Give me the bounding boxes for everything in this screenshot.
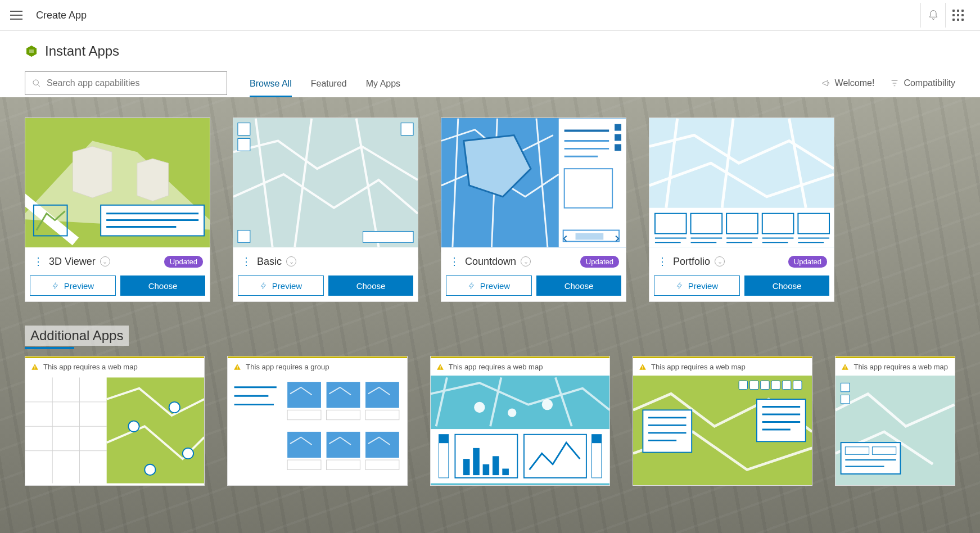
svg-rect-74 [431, 429, 609, 483]
svg-rect-80 [463, 459, 470, 475]
additional-card-row: This app requires a web map [25, 356, 955, 486]
compatibility-label: Compatibility [904, 78, 955, 88]
tab-featured[interactable]: Featured [311, 79, 347, 97]
svg-rect-63 [287, 432, 321, 458]
thumb-3d-viewer [25, 118, 210, 247]
svg-rect-83 [493, 456, 499, 475]
info-icon[interactable]: ⌄ [286, 256, 296, 266]
compatibility-link[interactable]: Compatibility [890, 78, 955, 88]
thumb-category-gallery [228, 376, 407, 485]
svg-point-51 [144, 464, 155, 475]
section-title: Additional Apps [25, 326, 129, 346]
svg-point-48 [128, 421, 139, 432]
tab-browse-all[interactable]: Browse All [250, 79, 292, 97]
thumb-attachment-viewer [25, 376, 204, 485]
warning-text: This app requires a web map [651, 363, 746, 371]
svg-rect-58 [287, 410, 321, 419]
warning-bar: This app requires a group [228, 356, 407, 376]
preview-button[interactable]: Preview [654, 275, 740, 296]
warning-bar: This app requires a web map [633, 356, 812, 376]
info-icon[interactable]: ⌄ [521, 256, 531, 266]
thumb-chart-viewer [431, 376, 609, 485]
svg-rect-53 [237, 368, 238, 369]
svg-rect-105 [845, 368, 846, 369]
welcome-link[interactable]: Welcome! [821, 78, 875, 88]
choose-button[interactable]: Choose [744, 275, 829, 296]
info-icon[interactable]: ⌄ [715, 256, 725, 266]
top-header: Create App [0, 0, 980, 31]
updated-badge: Updated [788, 256, 827, 268]
warning-bar: This app requires a web map [431, 356, 609, 376]
card-chart-viewer: This app requires a web map [430, 356, 610, 486]
svg-rect-62 [365, 410, 399, 419]
search-icon [32, 79, 41, 88]
tab-my-apps[interactable]: My Apps [366, 79, 400, 97]
choose-button[interactable]: Choose [120, 275, 205, 296]
warning-text: This app requires a web map [853, 363, 948, 371]
svg-rect-67 [365, 432, 399, 458]
svg-rect-7 [238, 138, 250, 151]
tabs: Browse All Featured My Apps [250, 79, 400, 97]
drag-handle-icon[interactable]: ⋮ [656, 255, 669, 268]
drag-handle-icon[interactable]: ⋮ [448, 255, 460, 268]
choose-label: Choose [356, 281, 386, 291]
warning-icon [436, 363, 444, 371]
card-3d-viewer: ⋮ 3D Viewer ⌄ Updated Preview Choose [25, 118, 210, 302]
svg-rect-107 [841, 395, 850, 404]
warning-icon [233, 363, 241, 371]
app-switcher-button[interactable] [945, 3, 970, 28]
svg-rect-91 [771, 381, 780, 389]
card-portfolio: ⋮ Portfolio ⌄ Updated Preview Choose [649, 118, 834, 302]
page-title: Create App [36, 10, 87, 21]
sub-header: Instant Apps Browse All Featured My Apps… [0, 31, 980, 97]
brand-title: Instant Apps [45, 43, 119, 59]
svg-point-73 [541, 399, 552, 410]
preview-label: Preview [64, 281, 94, 291]
svg-point-0 [33, 80, 38, 85]
menu-icon[interactable] [10, 11, 22, 20]
card-title: Portfolio [673, 256, 710, 268]
filter-icon [890, 79, 899, 88]
preview-label: Preview [688, 281, 718, 291]
choose-label: Choose [148, 281, 178, 291]
search-input[interactable] [47, 78, 220, 88]
notifications-button[interactable] [920, 3, 945, 28]
thumb-exhibit [633, 376, 812, 485]
card-category-gallery: This app requires a group [227, 356, 407, 486]
featured-card-row: ⋮ 3D Viewer ⌄ Updated Preview Choose [25, 118, 955, 302]
warning-icon [31, 363, 39, 371]
svg-rect-14 [615, 134, 621, 141]
search-input-wrapper[interactable] [25, 71, 227, 95]
info-icon[interactable]: ⌄ [100, 256, 110, 266]
svg-rect-52 [237, 365, 238, 368]
preview-button[interactable]: Preview [238, 275, 324, 296]
svg-rect-40 [34, 368, 35, 369]
drag-handle-icon[interactable]: ⋮ [32, 255, 44, 268]
svg-rect-6 [238, 123, 250, 135]
svg-rect-9 [238, 230, 250, 242]
svg-rect-39 [34, 365, 35, 368]
svg-rect-92 [782, 381, 791, 389]
thumb-portfolio [649, 118, 834, 247]
svg-rect-99 [757, 399, 806, 441]
card-countdown: ⋮ Countdown ⌄ Updated Preview Choose [441, 118, 626, 302]
card-partial: This app requires a web map [835, 356, 955, 486]
bolt-icon [468, 282, 476, 290]
svg-rect-10 [363, 231, 413, 242]
preview-button[interactable]: Preview [30, 275, 116, 296]
choose-button[interactable]: Choose [536, 275, 621, 296]
svg-rect-61 [365, 382, 399, 408]
card-attachment-viewer: This app requires a web map [25, 356, 205, 486]
choose-button[interactable]: Choose [328, 275, 413, 296]
svg-rect-87 [642, 368, 643, 369]
thumb-basic [233, 118, 418, 247]
card-title: 3D Viewer [49, 256, 96, 268]
svg-rect-60 [327, 410, 360, 419]
warning-bar: This app requires a web map [836, 356, 955, 376]
preview-button[interactable]: Preview [446, 275, 532, 296]
svg-rect-66 [327, 460, 360, 469]
svg-rect-86 [642, 365, 643, 368]
svg-rect-69 [440, 365, 440, 368]
card-title: Basic [257, 256, 282, 268]
drag-handle-icon[interactable]: ⋮ [240, 255, 252, 268]
